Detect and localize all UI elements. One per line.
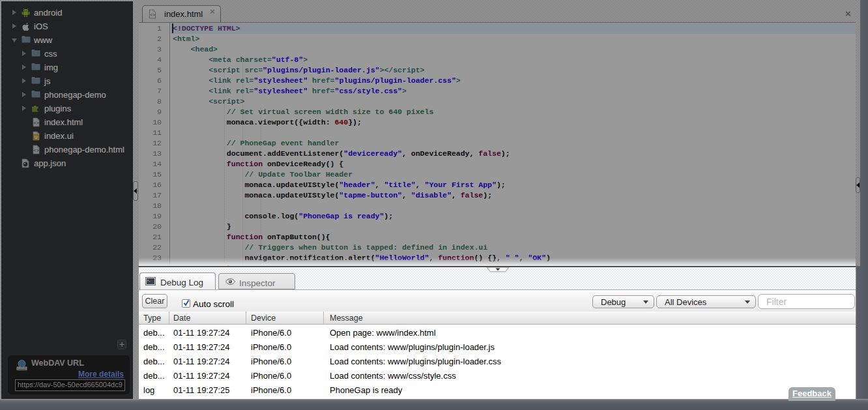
svg-text:<>: <> [150, 13, 155, 18]
svg-text:<>: <> [34, 121, 39, 126]
svg-text:U: U [35, 135, 38, 139]
svg-text:<>: <> [34, 149, 39, 153]
